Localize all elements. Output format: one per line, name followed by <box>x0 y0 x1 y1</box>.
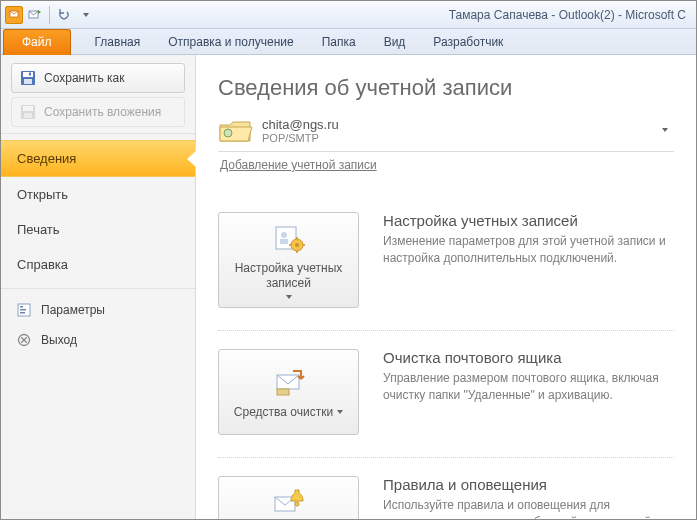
backstage-body: Сохранить как Сохранить вложения Сведени… <box>1 55 696 520</box>
chevron-down-icon[interactable] <box>662 128 668 132</box>
save-attachments-button: Сохранить вложения <box>11 97 185 127</box>
sidebar-item-options[interactable]: Параметры <box>1 295 195 325</box>
tab-send-receive[interactable]: Отправка и получение <box>154 31 307 54</box>
section-account-settings: Настройка учетных записей Настройка учет… <box>218 194 674 331</box>
cleanup-icon <box>271 367 307 399</box>
qat-customize-icon[interactable] <box>76 5 96 25</box>
section-title: Настройка учетных записей <box>383 212 674 229</box>
window-title: Тамара Сапачева - Outlook(2) - Microsoft… <box>96 8 692 22</box>
rules-alerts-button[interactable]: Управление правилами и оповещениями <box>218 476 359 520</box>
title-bar: Тамара Сапачева - Outlook(2) - Microsoft… <box>1 1 696 29</box>
sidebar-item-help[interactable]: Справка <box>1 247 195 282</box>
exit-label: Выход <box>41 333 77 347</box>
sidebar-item-exit[interactable]: Выход <box>1 325 195 355</box>
svg-rect-19 <box>280 239 288 244</box>
svg-point-16 <box>224 129 232 137</box>
tab-home[interactable]: Главная <box>81 31 155 54</box>
attachment-icon <box>20 104 36 120</box>
svg-rect-5 <box>29 73 31 76</box>
sidebar-separator-1 <box>1 133 195 134</box>
svg-rect-12 <box>20 312 25 314</box>
cleanup-button-label: Средства очистки <box>234 405 333 420</box>
tab-folder[interactable]: Папка <box>308 31 370 54</box>
account-settings-button[interactable]: Настройка учетных записей <box>218 212 359 308</box>
save-as-button[interactable]: Сохранить как <box>11 63 185 93</box>
cleanup-tools-button[interactable]: Средства очистки <box>218 349 359 435</box>
send-receive-icon[interactable] <box>25 5 45 25</box>
tab-file[interactable]: Файл <box>3 29 71 55</box>
backstage-content: Сведения об учетной записи chita@ngs.ru … <box>196 55 696 520</box>
save-attachments-label: Сохранить вложения <box>44 105 161 119</box>
svg-point-21 <box>295 243 299 247</box>
undo-icon[interactable] <box>54 5 74 25</box>
dropdown-icon <box>286 295 292 299</box>
account-settings-icon <box>271 223 307 255</box>
add-account-link[interactable]: Добавление учетной записи <box>220 158 377 172</box>
outlook-window: Тамара Сапачева - Outlook(2) - Microsoft… <box>0 0 697 520</box>
app-icon[interactable] <box>5 6 23 24</box>
svg-rect-7 <box>23 106 33 111</box>
account-protocol: POP/SMTP <box>262 132 339 144</box>
account-settings-button-label: Настройка учетных записей <box>225 261 352 291</box>
svg-rect-3 <box>23 72 33 77</box>
ribbon-tabs: Файл Главная Отправка и получение Папка … <box>1 29 696 55</box>
account-text: chita@ngs.ru POP/SMTP <box>262 117 339 144</box>
section-text: Очистка почтового ящика Управление разме… <box>383 349 674 435</box>
section-rules: Управление правилами и оповещениями Прав… <box>218 458 674 520</box>
section-desc: Используйте правила и оповещения для орг… <box>383 497 674 520</box>
section-desc: Управление размером почтового ящика, вкл… <box>383 370 674 405</box>
section-desc: Изменение параметров для этой учетной за… <box>383 233 674 268</box>
folder-account-icon <box>218 115 254 145</box>
options-label: Параметры <box>41 303 105 317</box>
page-title: Сведения об учетной записи <box>218 75 674 101</box>
tab-view[interactable]: Вид <box>370 31 420 54</box>
section-text: Правила и оповещения Используйте правила… <box>383 476 674 520</box>
save-as-label: Сохранить как <box>44 71 124 85</box>
account-selector[interactable]: chita@ngs.ru POP/SMTP <box>218 111 674 152</box>
sidebar-item-print[interactable]: Печать <box>1 212 195 247</box>
qat-divider <box>49 6 50 24</box>
svg-rect-8 <box>24 113 32 118</box>
svg-rect-11 <box>20 309 26 311</box>
tab-developer[interactable]: Разработчик <box>419 31 517 54</box>
svg-rect-27 <box>277 389 289 395</box>
sidebar-item-info[interactable]: Сведения <box>1 140 195 177</box>
dropdown-icon <box>337 410 343 414</box>
section-cleanup: Средства очистки Очистка почтового ящика… <box>218 331 674 458</box>
account-email: chita@ngs.ru <box>262 117 339 132</box>
options-icon <box>17 303 31 317</box>
section-text: Настройка учетных записей Изменение пара… <box>383 212 674 308</box>
section-title: Правила и оповещения <box>383 476 674 493</box>
backstage-sidebar: Сохранить как Сохранить вложения Сведени… <box>1 55 196 520</box>
svg-rect-10 <box>20 306 23 308</box>
svg-point-18 <box>281 232 287 238</box>
quick-access-toolbar <box>5 5 96 25</box>
sidebar-item-open[interactable]: Открыть <box>1 177 195 212</box>
rules-icon <box>271 487 307 519</box>
sidebar-separator-2 <box>1 288 195 289</box>
svg-rect-4 <box>24 79 32 84</box>
section-title: Очистка почтового ящика <box>383 349 674 366</box>
exit-icon <box>17 333 31 347</box>
svg-point-29 <box>295 502 299 506</box>
floppy-icon <box>20 70 36 86</box>
